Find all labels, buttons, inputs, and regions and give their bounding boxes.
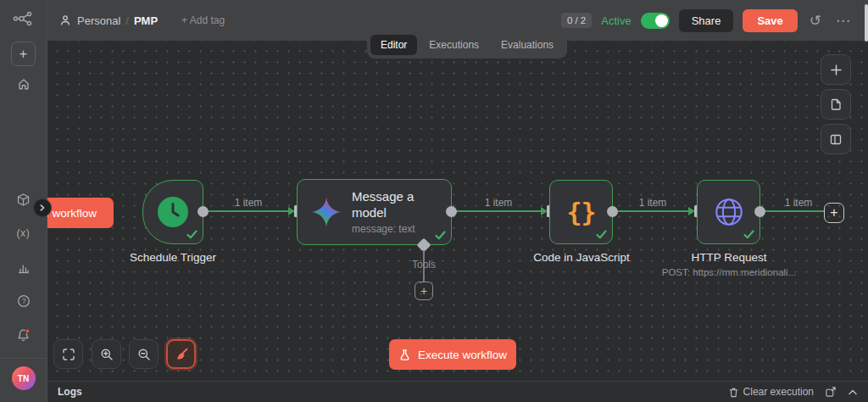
plus-icon: + bbox=[830, 205, 837, 221]
node-label-http: HTTP Request bbox=[661, 251, 797, 264]
person-icon bbox=[59, 14, 71, 26]
sidebar-divider bbox=[0, 358, 47, 359]
sidebar-item-notifications[interactable] bbox=[0, 319, 47, 351]
connection-line[interactable] bbox=[205, 210, 288, 212]
add-sticky-note-button[interactable] bbox=[821, 89, 851, 120]
sidebar-item-variables[interactable]: (x) bbox=[0, 217, 47, 249]
notification-dot bbox=[25, 329, 30, 333]
sidebar-item-insights[interactable] bbox=[0, 251, 47, 283]
plus-icon bbox=[830, 64, 843, 76]
node-label-schedule: Schedule Trigger bbox=[105, 251, 241, 264]
add-tag-button[interactable]: + Add tag bbox=[181, 14, 225, 26]
tools-label: Tools bbox=[398, 259, 449, 271]
clear-execution-button[interactable]: Clear execution bbox=[728, 386, 814, 398]
output-port[interactable] bbox=[198, 206, 209, 217]
scrollbar-thumb[interactable] bbox=[865, 4, 868, 42]
sticky-note-icon bbox=[829, 98, 843, 111]
connection-items-label: 1 item bbox=[627, 197, 678, 209]
node-schedule-trigger[interactable] bbox=[142, 180, 203, 244]
bell-icon bbox=[16, 328, 31, 343]
trash-icon bbox=[728, 387, 739, 398]
zoom-in-button[interactable] bbox=[92, 339, 121, 369]
breadcrumb-separator: / bbox=[125, 14, 129, 27]
expand-panel-button[interactable] bbox=[33, 198, 52, 217]
zoom-out-icon bbox=[137, 348, 151, 361]
help-icon: ? bbox=[17, 294, 31, 308]
tab-evaluations[interactable]: Evaluations bbox=[491, 35, 564, 55]
ellipsis-icon: ⋯ bbox=[836, 13, 850, 29]
sidebar-item-home[interactable] bbox=[0, 68, 47, 100]
connection-items-label: 1 item bbox=[473, 197, 524, 209]
history-icon: ↺ bbox=[810, 13, 821, 29]
user-avatar[interactable]: TN bbox=[12, 366, 36, 390]
zoom-in-icon bbox=[100, 348, 114, 361]
add-tool-button[interactable]: + bbox=[415, 282, 433, 300]
add-node-button[interactable] bbox=[821, 54, 851, 85]
connection-line[interactable] bbox=[762, 210, 824, 212]
active-toggle[interactable] bbox=[641, 13, 670, 29]
toggle-knob bbox=[655, 14, 668, 27]
expand-logs-button[interactable] bbox=[848, 388, 858, 396]
open-in-new-panel-button[interactable] bbox=[825, 386, 837, 398]
workflow-canvas[interactable]: Execute workflow Schedule Trigger 1 item… bbox=[47, 41, 868, 381]
success-check-icon bbox=[435, 231, 446, 240]
more-options-button[interactable]: ⋯ bbox=[833, 14, 853, 28]
app-logo bbox=[0, 0, 47, 37]
plus-icon: + bbox=[420, 284, 427, 298]
fit-view-button[interactable] bbox=[53, 339, 83, 369]
flask-icon bbox=[398, 349, 411, 361]
tidy-up-button[interactable] bbox=[166, 339, 196, 369]
logs-panel-header[interactable]: Logs Clear execution bbox=[47, 381, 868, 402]
add-workflow-button[interactable]: + bbox=[11, 42, 36, 66]
workflow-name[interactable]: PMP bbox=[134, 14, 158, 27]
fit-view-icon bbox=[62, 348, 75, 361]
toggle-panel-button[interactable] bbox=[821, 124, 851, 154]
sidebar-item-help[interactable]: ? bbox=[0, 285, 47, 317]
active-label: Active bbox=[601, 14, 631, 27]
panel-layout-icon bbox=[829, 132, 843, 146]
pop-out-icon bbox=[825, 386, 837, 398]
variables-icon: (x) bbox=[16, 227, 30, 239]
tab-editor[interactable]: Editor bbox=[370, 35, 417, 55]
clear-execution-label: Clear execution bbox=[743, 386, 814, 398]
execute-workflow-label: Execute workflow bbox=[47, 207, 97, 220]
home-icon bbox=[17, 77, 31, 91]
output-port[interactable] bbox=[754, 206, 765, 217]
node-code-in-javascript[interactable]: {} bbox=[549, 180, 613, 244]
chevron-up-icon bbox=[848, 388, 858, 396]
connection-items-label: 1 item bbox=[773, 197, 824, 209]
broom-icon bbox=[174, 347, 189, 362]
package-icon bbox=[16, 193, 31, 207]
connection-line[interactable] bbox=[615, 210, 688, 212]
zoom-out-button[interactable] bbox=[129, 339, 159, 369]
plus-icon: + bbox=[19, 47, 27, 62]
execute-workflow-button-clipped[interactable]: Execute workflow bbox=[47, 198, 114, 228]
code-braces-icon: {} bbox=[566, 198, 595, 227]
chevron-right-icon bbox=[38, 204, 47, 212]
success-check-icon bbox=[743, 230, 754, 239]
output-port[interactable] bbox=[607, 206, 618, 217]
tab-executions[interactable]: Executions bbox=[419, 35, 489, 55]
connection-line[interactable] bbox=[453, 210, 541, 212]
node-http-request[interactable] bbox=[697, 180, 760, 244]
execute-workflow-label: Execute workflow bbox=[418, 349, 507, 361]
add-node-endpoint-button[interactable]: + bbox=[824, 203, 844, 223]
share-button[interactable]: Share bbox=[679, 9, 734, 32]
activation-count-badge: 0 / 2 bbox=[561, 13, 592, 28]
history-button[interactable]: ↺ bbox=[807, 14, 824, 28]
node-subtitle-model: message: text bbox=[352, 223, 442, 235]
success-check-icon bbox=[186, 230, 198, 239]
project-name: Personal bbox=[77, 14, 120, 27]
avatar-initials: TN bbox=[18, 374, 29, 383]
save-button[interactable]: Save bbox=[743, 9, 797, 32]
breadcrumb-project[interactable]: Personal bbox=[59, 14, 120, 27]
output-port[interactable] bbox=[446, 206, 457, 217]
clock-icon bbox=[157, 196, 189, 228]
execute-workflow-button[interactable]: Execute workflow bbox=[389, 339, 516, 370]
success-check-icon bbox=[596, 230, 607, 239]
logs-title: Logs bbox=[58, 386, 82, 398]
node-message-a-model[interactable]: Message a model message: text bbox=[297, 179, 452, 245]
node-subtitle-http: POST: https://mm.meridionali... bbox=[636, 267, 822, 277]
globe-icon bbox=[713, 196, 745, 228]
connection-items-label: 1 item bbox=[223, 197, 274, 209]
